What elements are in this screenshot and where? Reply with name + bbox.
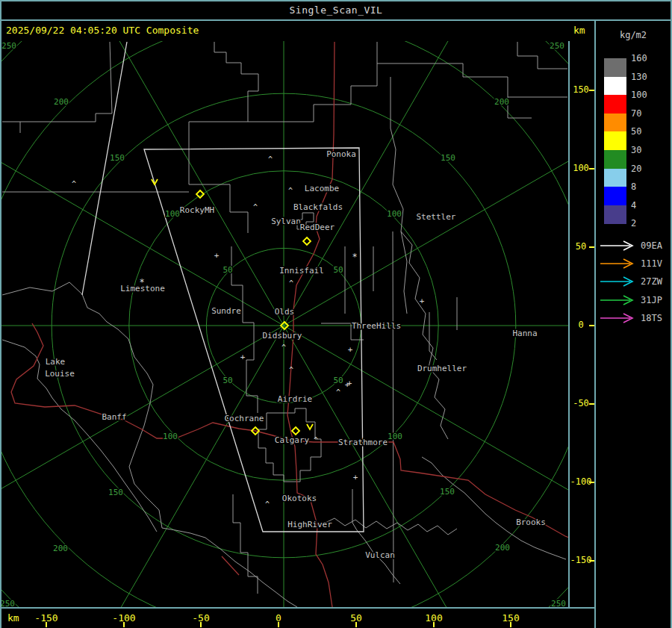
county-boundary: [233, 494, 258, 594]
radar-coverage-edge-line: [82, 42, 127, 295]
border-top: [0, 0, 672, 1]
bottom-axis-tick: [510, 622, 511, 627]
town-caret-marker: ^: [268, 155, 273, 164]
county-boundary: [189, 42, 258, 233]
city-label: Okotoks: [282, 494, 317, 503]
ring-distance-label: 200: [54, 97, 69, 107]
city-label: Louise: [45, 369, 75, 379]
town-caret-marker: ^: [314, 436, 318, 444]
legend-color-box: [604, 205, 626, 224]
ring-distance-label: 250: [550, 41, 564, 51]
city-label: Drumheller: [417, 364, 467, 373]
city-label: Vulcan: [365, 550, 395, 560]
legend-value-label: 70: [631, 108, 668, 119]
county-boundary: [422, 457, 566, 559]
legend-value-label: 20: [631, 164, 668, 174]
town-caret-marker: ^: [72, 180, 76, 188]
ring-distance-label: 100: [163, 432, 178, 441]
legend-color-box: [604, 169, 626, 187]
bottom-axis-tick: [355, 622, 357, 627]
ring-distance-label: 100: [388, 432, 402, 441]
ring-distance-label: 150: [441, 153, 455, 163]
city-label: Brooks: [516, 517, 546, 527]
town-caret-marker: ^: [253, 203, 258, 211]
city-label: Stettler: [417, 212, 456, 222]
county-boundary: [508, 97, 532, 118]
legend-value-label: 130: [631, 72, 668, 82]
radar-site-arrow-icon: [599, 258, 638, 270]
city-label: Banff: [102, 412, 126, 422]
ring-distance-label: 150: [108, 488, 123, 497]
town-plus-marker: +: [240, 352, 246, 362]
range-ring: [0, 16, 593, 628]
ring-distance-label: 100: [387, 209, 402, 219]
highway-line: [11, 323, 569, 538]
radar-site-id-label: 31JP: [641, 295, 671, 305]
ring-distance-label: 150: [110, 153, 125, 163]
right-axis-tick: [589, 403, 594, 405]
ring-distance-label: 200: [53, 544, 68, 553]
city-label: Sylvan: [271, 217, 301, 226]
highway-line: [222, 556, 239, 575]
county-boundary: [258, 408, 321, 482]
v-marker: [307, 424, 313, 429]
right-axis-tick: [589, 325, 594, 326]
town-caret-marker: ^: [281, 343, 286, 352]
legend-color-box: [604, 114, 626, 132]
town-plus-marker: +: [420, 296, 425, 306]
town-star-marker: *: [352, 252, 357, 262]
city-label: Innisfail: [279, 266, 324, 276]
city-label: Blackfalds: [293, 202, 343, 212]
ring-distance-label: 50: [223, 376, 232, 385]
bottom-axis-tick: [200, 622, 202, 627]
city-label: Olds: [275, 307, 295, 317]
ring-distance-label: 100: [165, 209, 180, 219]
town-plus-marker: +: [348, 345, 353, 355]
bottom-axis-tick: [46, 622, 47, 627]
county-boundary: [248, 42, 377, 122]
town-caret-marker: ^: [336, 388, 340, 397]
county-boundary: [2, 42, 112, 122]
border-left: [0, 0, 1, 628]
city-label: Airdrie: [278, 394, 312, 404]
town-caret-marker: ^: [288, 187, 293, 195]
city-label: Limestone: [120, 284, 165, 293]
radar-site-id-label: 27ZW: [641, 276, 671, 287]
right-axis-tick: [589, 482, 594, 483]
city-label: Sundre: [211, 306, 241, 316]
legend-color-box: [604, 77, 626, 96]
city-label: ThreeHills: [352, 321, 401, 331]
radar-site-arrow-icon: [599, 276, 638, 287]
legend-color-box: [604, 187, 626, 205]
county-boundary: [393, 231, 393, 582]
city-label: RedDeer: [300, 223, 335, 232]
border-legend-divider: [594, 20, 596, 628]
city-label: Didsbury: [263, 331, 302, 341]
radar-site-arrow-icon: [599, 312, 638, 324]
legend-color-box: [604, 58, 626, 77]
legend-color-box: [604, 95, 626, 114]
city-label: Cochrane: [225, 414, 264, 423]
bottom-axis-unit-label: km: [7, 612, 30, 624]
legend-value-label: 160: [631, 53, 668, 63]
legend-value-label: 30: [631, 145, 668, 155]
legend-value-label: 4: [631, 200, 668, 211]
city-label: RockyMH: [180, 205, 214, 215]
legend-value-label: 100: [631, 90, 668, 100]
right-axis-tick: [589, 90, 594, 91]
ring-distance-label: 250: [1, 41, 16, 51]
radar-site-id-label: 18TS: [641, 313, 671, 323]
ring-distance-label: 200: [494, 97, 509, 107]
ring-distance-label: 50: [223, 265, 232, 275]
right-axis-tick: [589, 246, 594, 248]
legend-value-label: 50: [631, 126, 668, 137]
city-label: Hanna: [512, 329, 537, 338]
ring-distance-label: 50: [333, 265, 343, 275]
city-label: HighRiver: [287, 520, 332, 529]
right-axis-tick: [589, 560, 594, 562]
legend-value-label: 2: [631, 218, 668, 228]
city-label: Lake: [46, 357, 66, 367]
bottom-axis-tick: [123, 622, 125, 627]
radar-site-marker: [303, 237, 311, 245]
ring-distance-label: 150: [440, 487, 455, 497]
